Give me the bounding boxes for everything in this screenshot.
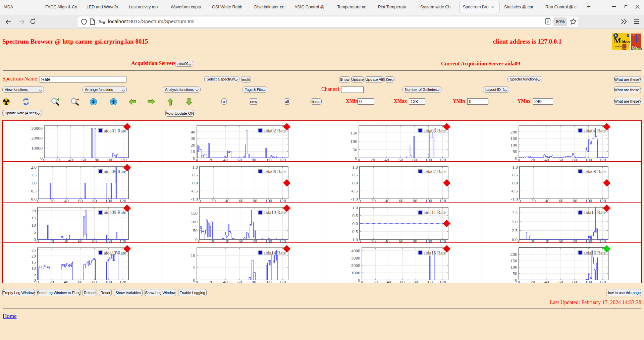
svg-text:100: 100	[351, 139, 358, 144]
svg-text:0.5: 0.5	[352, 213, 358, 218]
svg-text:4000: 4000	[351, 248, 360, 253]
svg-text:120: 120	[120, 157, 127, 162]
svg-text:10: 10	[32, 266, 36, 271]
svg-text:1.0: 1.0	[352, 205, 358, 210]
svg-text:aida04 Rate: aida04 Rate	[584, 128, 606, 133]
svg-text:20000: 20000	[31, 135, 43, 140]
svg-text:-0.5: -0.5	[511, 188, 518, 193]
svg-text:0: 0	[34, 278, 36, 283]
svg-text:40: 40	[191, 129, 196, 134]
svg-text:-0.5: -0.5	[351, 188, 358, 193]
svg-text:0.5: 0.5	[31, 188, 37, 193]
svg-text:5: 5	[34, 230, 36, 235]
svg-text:POWERED: POWERED	[632, 48, 641, 50]
svg-text:100: 100	[511, 143, 518, 148]
svg-text:0: 0	[193, 156, 195, 161]
svg-text:30000: 30000	[31, 126, 43, 131]
svg-text:0.5: 0.5	[192, 172, 198, 177]
svg-text:1.0: 1.0	[192, 165, 198, 170]
svg-text:aida12 Rate: aida12 Rate	[584, 210, 606, 215]
svg-text:20: 20	[32, 253, 36, 259]
svg-text:aida01 Rate: aida01 Rate	[104, 128, 126, 133]
svg-text:-1.0: -1.0	[351, 237, 358, 242]
svg-text:aida08 Rate: aida08 Rate	[584, 169, 606, 174]
svg-text:proud by: proud by	[615, 46, 622, 47]
svg-text:aida16 Rate: aida16 Rate	[584, 250, 606, 256]
svg-text:25: 25	[32, 247, 36, 252]
svg-text:1.0: 1.0	[512, 165, 518, 170]
svg-text:0.0: 0.0	[31, 196, 37, 202]
svg-text:10: 10	[32, 223, 36, 228]
svg-text:15: 15	[32, 260, 36, 265]
svg-text:1.0: 1.0	[31, 180, 37, 185]
svg-text:0: 0	[355, 156, 357, 161]
svg-text:1000: 1000	[351, 270, 360, 275]
svg-text:0: 0	[34, 237, 36, 242]
svg-text:30: 30	[191, 136, 196, 141]
svg-text:-0.5: -0.5	[191, 188, 198, 193]
svg-text:10000: 10000	[31, 146, 43, 151]
svg-text:aida09 Rate: aida09 Rate	[104, 210, 126, 215]
svg-text:100: 100	[191, 219, 198, 224]
svg-text:40: 40	[64, 279, 68, 284]
svg-text:0.0: 0.0	[512, 180, 518, 185]
svg-text:150: 150	[351, 130, 358, 135]
svg-text:0: 0	[40, 156, 43, 161]
svg-text:0.5: 0.5	[512, 172, 518, 177]
svg-text:15: 15	[32, 215, 36, 220]
svg-text:40: 40	[544, 157, 549, 162]
svg-text:5: 5	[34, 272, 36, 277]
svg-text:1.0: 1.0	[352, 165, 358, 170]
svg-text:2.0: 2.0	[31, 165, 37, 170]
svg-text:M: M	[614, 37, 621, 45]
svg-text:0.5: 0.5	[352, 172, 358, 177]
svg-text:aida03 Rate: aida03 Rate	[424, 128, 446, 133]
svg-text:0: 0	[193, 278, 195, 283]
svg-text:20: 20	[32, 208, 36, 213]
svg-text:5: 5	[193, 265, 195, 270]
svg-text:0: 0	[515, 278, 517, 283]
svg-text:10: 10	[191, 149, 196, 154]
svg-text:2.5: 2.5	[512, 228, 518, 233]
svg-text:aida13 Rate: aida13 Rate	[104, 250, 126, 256]
svg-text:-1.0: -1.0	[511, 196, 518, 202]
svg-text:aida11 Rate: aida11 Rate	[424, 210, 446, 215]
svg-text:aida07 Rate: aida07 Rate	[424, 169, 446, 174]
svg-text:-1.0: -1.0	[351, 196, 358, 202]
svg-text:aida02 Rate: aida02 Rate	[264, 128, 286, 133]
svg-text:aida10 Rate: aida10 Rate	[264, 210, 286, 215]
svg-text:1.5: 1.5	[31, 172, 37, 177]
svg-text:-0.5: -0.5	[351, 229, 358, 234]
svg-text:100: 100	[511, 265, 518, 270]
svg-text:0: 0	[195, 237, 198, 242]
svg-text:POWERED: POWERED	[623, 48, 629, 50]
svg-text:5.0: 5.0	[512, 219, 518, 224]
svg-text:50: 50	[353, 147, 358, 152]
svg-text:50: 50	[193, 228, 198, 233]
svg-text:0.0: 0.0	[512, 237, 518, 242]
svg-text:50: 50	[513, 149, 518, 154]
svg-text:150: 150	[511, 258, 518, 263]
svg-text:3000: 3000	[351, 256, 360, 261]
svg-text:150: 150	[191, 211, 198, 216]
svg-text:200: 200	[511, 129, 518, 134]
svg-text:50: 50	[513, 271, 518, 276]
svg-text:20: 20	[191, 143, 196, 148]
svg-text:150: 150	[511, 136, 518, 141]
svg-text:2000: 2000	[351, 263, 360, 268]
svg-text:0.0: 0.0	[352, 180, 358, 185]
svg-text:aida05 Rate: aida05 Rate	[104, 169, 126, 174]
svg-text:7.5: 7.5	[512, 210, 518, 215]
svg-text:aida14 Rate: aida14 Rate	[264, 250, 286, 256]
svg-text:0: 0	[358, 278, 360, 283]
svg-text:aida06 Rate: aida06 Rate	[264, 169, 286, 174]
svg-text:100: 100	[585, 157, 592, 162]
svg-text:200: 200	[511, 252, 518, 257]
svg-text:0: 0	[515, 156, 517, 161]
svg-text:10: 10	[191, 253, 196, 258]
svg-text:0.0: 0.0	[352, 221, 358, 226]
svg-text:aida15 Rate: aida15 Rate	[424, 250, 446, 256]
svg-text:-1.0: -1.0	[191, 196, 198, 202]
svg-text:idas: idas	[622, 40, 630, 44]
svg-text:0.0: 0.0	[192, 180, 198, 185]
